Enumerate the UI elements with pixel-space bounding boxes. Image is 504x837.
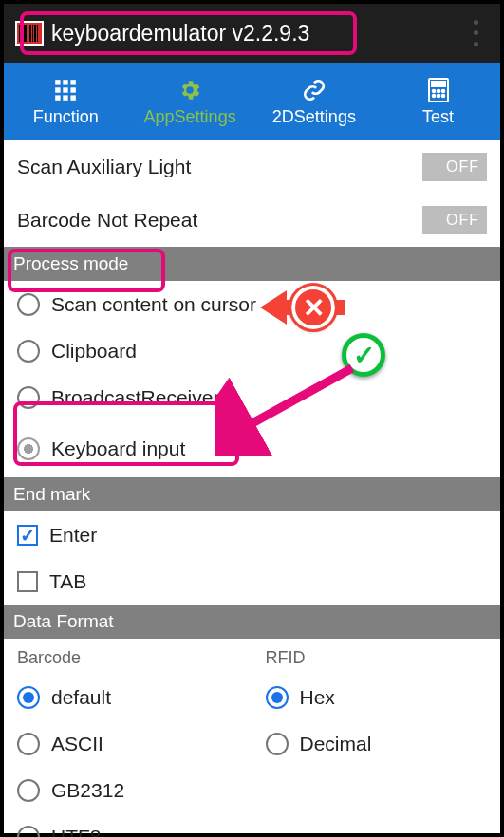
section-title: Data Format <box>13 611 114 632</box>
radio-icon <box>17 437 40 460</box>
setting-barcode-not-repeat: Barcode Not Repeat OFF <box>4 194 500 247</box>
toggle-state: OFF <box>446 212 479 229</box>
option-label: ASCII <box>51 733 103 755</box>
svg-point-23 <box>441 89 444 92</box>
radio-icon <box>17 826 40 838</box>
overflow-menu-icon[interactable] <box>464 17 487 49</box>
svg-rect-16 <box>56 95 61 100</box>
section-end-mark: End mark <box>4 477 500 512</box>
svg-rect-18 <box>71 95 76 100</box>
data-format-columns: Barcode default ASCII GB2312 UTF8 RFID H… <box>4 639 500 837</box>
svg-rect-17 <box>64 95 68 100</box>
svg-rect-4 <box>24 25 27 42</box>
tab-2dsettings[interactable]: 2DSettings <box>252 63 377 140</box>
tab-test[interactable]: Test <box>376 63 500 140</box>
tab-label: AppSettings <box>144 107 236 127</box>
svg-point-24 <box>432 94 435 97</box>
radio-icon <box>17 686 40 709</box>
svg-rect-7 <box>32 25 33 42</box>
barcode-icon <box>15 21 44 46</box>
toggle-barcode-not-repeat[interactable]: OFF <box>422 206 487 234</box>
toggle-scan-aux-light[interactable]: OFF <box>422 153 487 181</box>
svg-point-22 <box>437 89 439 92</box>
option-label: default <box>51 686 111 709</box>
svg-rect-9 <box>37 25 38 42</box>
option-label: Decimal <box>300 733 372 755</box>
option-scan-cursor[interactable]: Scan content on cursor <box>4 281 500 327</box>
svg-rect-13 <box>56 87 61 92</box>
option-label: Enter <box>49 524 97 547</box>
checkbox-icon <box>17 525 38 546</box>
option-clipboard[interactable]: Clipboard <box>4 327 500 374</box>
gear-icon <box>177 77 203 103</box>
svg-rect-8 <box>34 25 36 42</box>
option-broadcast[interactable]: BroadcastReceiver <box>4 374 500 420</box>
tab-label: 2DSettings <box>272 107 356 127</box>
option-rfid-decimal[interactable]: Decimal <box>252 720 501 767</box>
svg-point-26 <box>441 94 444 97</box>
svg-rect-10 <box>56 80 61 84</box>
svg-point-21 <box>432 89 435 92</box>
svg-rect-3 <box>22 25 23 42</box>
option-label: TAB <box>49 570 86 593</box>
setting-scan-aux-light: Scan Auxiliary Light OFF <box>4 140 500 194</box>
option-keyboard-input[interactable]: Keyboard input <box>4 420 500 477</box>
option-tab[interactable]: TAB <box>4 558 500 604</box>
option-label: Hex <box>300 686 335 709</box>
radio-icon <box>17 340 40 363</box>
option-label: UTF8 <box>51 826 102 838</box>
radio-icon <box>266 733 289 755</box>
radio-icon <box>17 293 40 316</box>
option-rfid-hex[interactable]: Hex <box>252 674 501 720</box>
svg-rect-20 <box>432 82 445 86</box>
setting-label: Scan Auxiliary Light <box>17 156 191 178</box>
link-icon <box>301 77 327 103</box>
svg-rect-6 <box>29 25 31 42</box>
svg-rect-11 <box>64 80 68 84</box>
tab-function[interactable]: Function <box>4 63 128 140</box>
option-barcode-gb2312[interactable]: GB2312 <box>4 767 252 813</box>
radio-icon <box>266 686 289 709</box>
svg-rect-15 <box>71 87 76 92</box>
radio-icon <box>17 733 40 755</box>
toggle-state: OFF <box>446 158 479 176</box>
column-header-barcode: Barcode <box>4 639 252 674</box>
option-barcode-default[interactable]: default <box>4 674 252 720</box>
app-title: keyboardemulator v2.2.9.3 <box>51 21 309 46</box>
section-data-format: Data Format <box>4 604 500 639</box>
tab-appsettings[interactable]: AppSettings <box>128 63 252 140</box>
grid-icon <box>52 77 79 103</box>
setting-label: Barcode Not Repeat <box>17 209 197 232</box>
svg-rect-5 <box>28 25 28 42</box>
option-label: Keyboard input <box>51 437 185 460</box>
column-rfid: RFID Hex Decimal <box>252 639 501 837</box>
svg-rect-12 <box>71 80 76 84</box>
section-title: Process mode <box>13 253 128 274</box>
title-bar: keyboardemulator v2.2.9.3 <box>4 4 500 63</box>
option-label: BroadcastReceiver <box>51 386 219 409</box>
tab-bar: Function AppSettings 2DSettings Test <box>4 63 500 140</box>
option-barcode-utf8[interactable]: UTF8 <box>4 813 252 837</box>
radio-icon <box>17 386 40 409</box>
option-label: Clipboard <box>51 340 137 363</box>
option-enter[interactable]: Enter <box>4 512 500 558</box>
column-barcode: Barcode default ASCII GB2312 UTF8 <box>4 639 252 837</box>
tab-label: Function <box>33 107 99 127</box>
option-label: GB2312 <box>51 779 124 802</box>
svg-point-25 <box>437 94 439 97</box>
section-process-mode: Process mode <box>4 247 500 281</box>
radio-icon <box>17 779 40 802</box>
calculator-icon <box>425 77 452 103</box>
svg-rect-14 <box>64 87 68 92</box>
option-label: Scan content on cursor <box>51 293 256 316</box>
section-title: End mark <box>13 484 90 505</box>
tab-label: Test <box>422 107 454 127</box>
column-header-rfid: RFID <box>252 639 501 674</box>
option-barcode-ascii[interactable]: ASCII <box>4 720 252 767</box>
checkbox-icon <box>17 571 38 592</box>
svg-rect-2 <box>19 25 21 42</box>
